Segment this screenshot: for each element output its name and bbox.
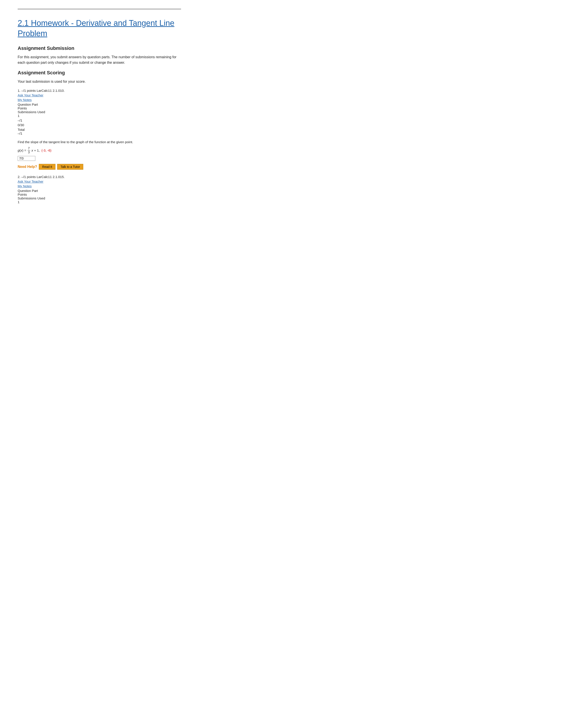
assignment-scoring-heading: Assignment Scoring bbox=[18, 70, 181, 76]
question-2-part-value: 1 bbox=[18, 200, 181, 204]
assignment-submission-heading: Assignment Submission bbox=[18, 45, 181, 51]
question-2-code: LarCalc11 2.1.015. bbox=[37, 175, 65, 179]
assignment-submission-text: For this assignment, you submit answers … bbox=[18, 54, 181, 66]
top-divider bbox=[18, 9, 181, 9]
question-2-points: –/1 points bbox=[21, 175, 36, 179]
need-help-row: Need Help? Read It Talk to a Tutor bbox=[18, 164, 181, 170]
assignment-scoring-text: Your last submission is used for your sc… bbox=[18, 79, 181, 84]
question-1-ask-teacher-link[interactable]: Ask Your Teacher bbox=[18, 93, 181, 97]
fraction-7-3: 7 3 bbox=[28, 146, 30, 154]
talk-to-tutor-button[interactable]: Talk to a Tutor bbox=[57, 164, 83, 170]
question-1-function: g(x) = 7 3 x + 1, (-3, -6) bbox=[18, 146, 181, 154]
total-label: Total bbox=[18, 128, 181, 131]
question-2-submissions-label: Submissions Used bbox=[18, 196, 181, 200]
page-title: 2.1 Homework - Derivative and Tangent Li… bbox=[18, 18, 181, 39]
question-2-ask-teacher-link[interactable]: Ask Your Teacher bbox=[18, 180, 181, 183]
question-2-block: 2. –/1 points LarCalc11 2.1.015. Ask You… bbox=[18, 175, 181, 204]
submissions-used-label: Submissions Used bbox=[18, 110, 181, 114]
function-point: (-3, -6) bbox=[41, 148, 51, 152]
question-2-points-label: Points bbox=[18, 193, 181, 196]
need-help-label: Need Help? bbox=[18, 165, 37, 169]
question-1-my-notes-link[interactable]: My Notes bbox=[18, 98, 181, 102]
total-value: –/1 bbox=[18, 131, 181, 135]
function-x-suffix: x + 1, bbox=[32, 148, 41, 152]
question-1-answer-input[interactable] bbox=[18, 156, 35, 161]
question-1-text: Find the slope of the tangent line to th… bbox=[18, 140, 181, 144]
question-1-header: 1. –/1 points LarCalc11 2.1.010. bbox=[18, 89, 181, 92]
question-1-number: 1. bbox=[18, 89, 21, 92]
question-1-block: 1. –/1 points LarCalc11 2.1.010. Ask You… bbox=[18, 89, 181, 170]
question-2-number: 2. bbox=[18, 175, 21, 179]
question-part-value: 1 bbox=[18, 114, 181, 118]
submissions-used-value: 0/30 bbox=[18, 123, 181, 127]
question-1-code: LarCalc11 2.1.010. bbox=[37, 89, 65, 92]
question-part-label: Question Part bbox=[18, 103, 181, 106]
question-1-points: –/1 points bbox=[21, 89, 36, 92]
points-value: –/1 bbox=[18, 118, 181, 122]
read-it-button[interactable]: Read It bbox=[39, 164, 55, 170]
question-2-part-label: Question Part bbox=[18, 189, 181, 193]
question-2-header: 2. –/1 points LarCalc11 2.1.015. bbox=[18, 175, 181, 179]
function-g-prefix: g(x) = bbox=[18, 148, 26, 152]
points-label: Points bbox=[18, 106, 181, 110]
question-2-my-notes-link[interactable]: My Notes bbox=[18, 184, 181, 188]
